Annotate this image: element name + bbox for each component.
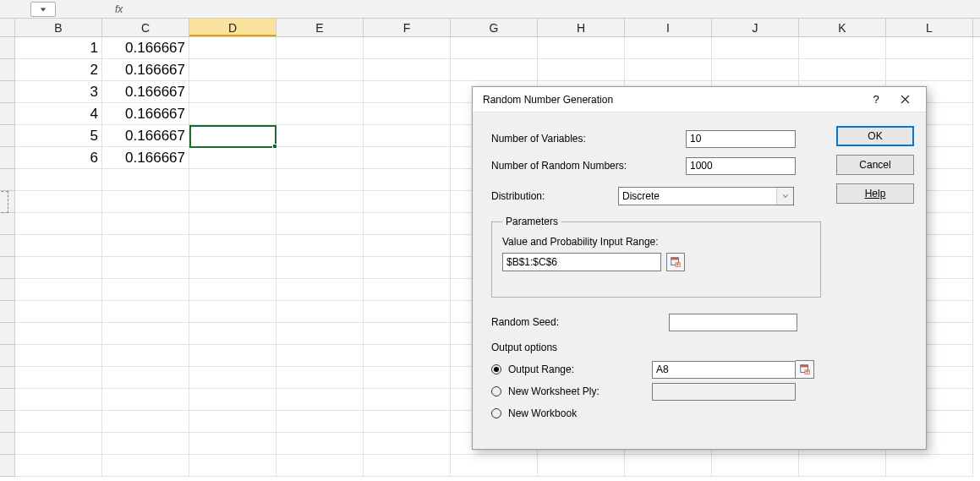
help-button[interactable]: Help <box>836 183 914 204</box>
input-num-variables[interactable] <box>686 130 796 148</box>
cancel-button[interactable]: Cancel <box>836 155 914 175</box>
chevron-down-icon <box>776 188 793 205</box>
radio-new-workbook[interactable] <box>491 408 501 418</box>
col-header-j[interactable]: J <box>712 19 799 36</box>
cell-c2[interactable]: 0.166667 <box>102 59 189 81</box>
titlebar-help-button[interactable]: ? <box>862 88 890 112</box>
label-output-options: Output options <box>491 342 821 353</box>
label-value-prob-range: Value and Probability Input Range: <box>502 236 812 248</box>
cell-b3[interactable]: 3 <box>15 81 102 103</box>
col-header-c[interactable]: C <box>102 19 189 36</box>
col-header-b[interactable]: B <box>15 19 102 36</box>
input-new-worksheet-ply[interactable] <box>652 383 796 401</box>
cell-b2[interactable]: 2 <box>15 59 102 81</box>
output-range-picker-button[interactable] <box>796 360 814 379</box>
chevron-down-icon <box>40 6 47 13</box>
range-picker-icon <box>799 363 811 375</box>
select-distribution[interactable]: Discrete <box>618 187 794 205</box>
cell-b4[interactable]: 4 <box>15 103 102 125</box>
name-box-dropdown[interactable] <box>30 2 56 17</box>
label-output-range: Output Range: <box>508 363 652 375</box>
input-value-prob-range[interactable] <box>502 253 661 271</box>
svg-marker-0 <box>41 8 46 11</box>
col-header-g[interactable]: G <box>451 19 538 36</box>
parameters-legend: Parameters <box>502 216 561 227</box>
col-header-d[interactable]: D <box>189 19 276 36</box>
range-picker-icon <box>670 256 682 268</box>
dialog-title-text: Random Number Generation <box>483 94 862 106</box>
cell-c6[interactable]: 0.166667 <box>102 147 189 169</box>
svg-rect-4 <box>671 258 679 260</box>
svg-rect-9 <box>800 365 808 368</box>
label-num-random-numbers: Number of Random Numbers: <box>491 160 686 172</box>
col-header-f[interactable]: F <box>364 19 451 36</box>
range-picker-button[interactable] <box>666 253 685 271</box>
ok-button[interactable]: OK <box>836 126 914 146</box>
label-distribution: Distribution: <box>491 190 618 202</box>
input-output-range[interactable] <box>652 361 796 379</box>
col-header-h[interactable]: H <box>538 19 625 36</box>
cell-b6[interactable]: 6 <box>15 147 102 169</box>
parameters-group: Parameters Value and Probability Input R… <box>491 216 821 298</box>
label-new-workbook: New Workbook <box>508 407 652 419</box>
question-mark-icon: ? <box>873 93 879 106</box>
cell-c1[interactable]: 0.166667 <box>102 37 189 59</box>
label-new-worksheet-ply: New Worksheet Ply: <box>508 385 652 397</box>
radio-output-range[interactable] <box>491 364 501 374</box>
col-header-i[interactable]: I <box>625 19 712 36</box>
cell-b1[interactable]: 1 <box>15 37 102 59</box>
cell-c3[interactable]: 0.166667 <box>102 81 189 103</box>
cell-c5[interactable]: 0.166667 <box>102 125 189 147</box>
cell-c4[interactable]: 0.166667 <box>102 103 189 125</box>
cell-d5-active[interactable] <box>189 125 276 147</box>
col-header-l[interactable]: L <box>886 19 973 36</box>
radio-new-worksheet-ply[interactable] <box>491 386 501 396</box>
select-distribution-value: Discrete <box>622 190 660 202</box>
cell-b5[interactable]: 5 <box>15 125 102 147</box>
cell-d1[interactable] <box>189 37 276 59</box>
label-num-variables: Number of Variables: <box>491 133 686 145</box>
fx-label[interactable]: fx <box>115 3 123 15</box>
column-headers: B C D E F G H I J K L <box>0 19 980 37</box>
label-random-seed: Random Seed: <box>491 316 669 328</box>
select-all-triangle[interactable] <box>0 19 15 36</box>
dialog-titlebar[interactable]: Random Number Generation ? <box>473 87 926 112</box>
formula-bar: fx <box>0 0 980 19</box>
random-number-generation-dialog: Random Number Generation ? OK Cancel Hel… <box>472 86 927 450</box>
input-num-random-numbers[interactable] <box>686 157 796 175</box>
col-header-e[interactable]: E <box>276 19 364 36</box>
input-random-seed[interactable] <box>669 314 797 331</box>
close-icon <box>901 95 910 104</box>
col-header-k[interactable]: K <box>799 19 886 36</box>
titlebar-close-button[interactable] <box>890 88 919 112</box>
